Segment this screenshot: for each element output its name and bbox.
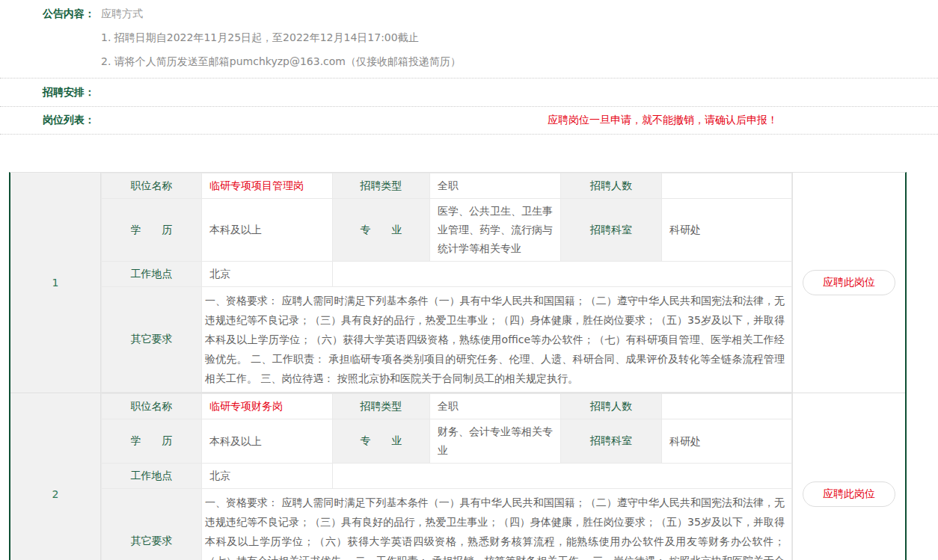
position-name-value: 临研专项财务岗 (202, 394, 333, 419)
recruit-type-label: 招聘类型 (333, 394, 430, 419)
schedule-label: 招聘安排： (43, 86, 101, 99)
education-label: 学 历 (102, 419, 202, 464)
schedule-section: 招聘安排： (0, 79, 938, 107)
major-label: 专 业 (333, 199, 430, 262)
job-detail-table: 职位名称 临研专项项目管理岗 招聘类型 全职 招聘人数 学 历 本科及以上 专 … (101, 173, 792, 393)
location-label: 工作地点 (102, 464, 202, 489)
positions-label: 岗位列表： (43, 114, 101, 127)
location-value: 北京 (202, 262, 333, 287)
major-value: 医学、公共卫生、卫生事业管理、药学、流行病与统计学等相关专业 (430, 199, 561, 262)
apply-button[interactable]: 应聘此岗位 (803, 481, 895, 507)
major-label: 专 业 (333, 419, 430, 464)
position-name-label: 职位名称 (102, 394, 202, 419)
department-value: 科研处 (662, 199, 792, 262)
positions-section: 岗位列表： 应聘岗位一旦申请，就不能撤销，请确认后申报！ (0, 107, 938, 135)
major-value: 财务、会计专业等相关专业 (430, 419, 561, 464)
education-value: 本科及以上 (202, 419, 333, 464)
apply-button-cell: 应聘此岗位 (792, 393, 905, 560)
announcement-line-1: 1. 招聘日期自2022年11月25日起，至2022年12月14日17:00截止 (0, 31, 938, 45)
recruit-type-value: 全职 (430, 173, 561, 199)
recruit-type-label: 招聘类型 (333, 173, 430, 199)
headcount-value (662, 173, 792, 199)
job-row-1: 1 职位名称 临研专项项目管理岗 招聘类型 全职 招聘人数 学 历 本科及以上 … (10, 173, 905, 393)
recruit-type-value: 全职 (430, 394, 561, 419)
headcount-label: 招聘人数 (561, 394, 662, 419)
position-name-value: 临研专项项目管理岗 (202, 173, 333, 199)
announcement-line-2: 2. 请将个人简历发送至邮箱pumchkyzp@163.com（仅接收邮箱投递简… (0, 55, 938, 69)
headcount-value (662, 394, 792, 419)
apply-warning-text: 应聘岗位一旦申请，就不能撤销，请确认后申报！ (548, 114, 778, 127)
department-label: 招聘科室 (561, 199, 662, 262)
education-value: 本科及以上 (202, 199, 333, 262)
announcement-section: 公告内容： 应聘方式 1. 招聘日期自2022年11月25日起，至2022年12… (0, 0, 938, 79)
other-requirements-value: 一、资格要求： 应聘人需同时满足下列基本条件（一）具有中华人民共和国国籍；（二）… (202, 489, 792, 560)
announcement-value: 应聘方式 (101, 7, 143, 21)
headcount-label: 招聘人数 (561, 173, 662, 199)
other-requirements-label: 其它要求 (102, 489, 202, 560)
announcement-label: 公告内容： (43, 7, 101, 21)
education-label: 学 历 (102, 199, 202, 262)
other-requirements-value: 一、资格要求： 应聘人需同时满足下列基本条件（一）具有中华人民共和国国籍；（二）… (202, 287, 792, 393)
other-requirements-label: 其它要求 (102, 287, 202, 393)
department-value: 科研处 (662, 419, 792, 464)
location-spacer (333, 464, 792, 489)
location-value: 北京 (202, 464, 333, 489)
apply-button[interactable]: 应聘此岗位 (803, 270, 895, 295)
job-detail-table: 职位名称 临研专项财务岗 招聘类型 全职 招聘人数 学 历 本科及以上 专 业 … (101, 393, 792, 560)
location-spacer (333, 262, 792, 287)
job-index: 2 (10, 393, 101, 560)
apply-button-cell: 应聘此岗位 (792, 173, 905, 393)
job-index: 1 (10, 173, 101, 393)
position-name-label: 职位名称 (102, 173, 202, 199)
location-label: 工作地点 (102, 262, 202, 287)
jobs-table: 1 职位名称 临研专项项目管理岗 招聘类型 全职 招聘人数 学 历 本科及以上 … (9, 172, 907, 560)
department-label: 招聘科室 (561, 419, 662, 464)
job-row-2: 2 职位名称 临研专项财务岗 招聘类型 全职 招聘人数 学 历 本科及以上 专 … (10, 393, 905, 560)
